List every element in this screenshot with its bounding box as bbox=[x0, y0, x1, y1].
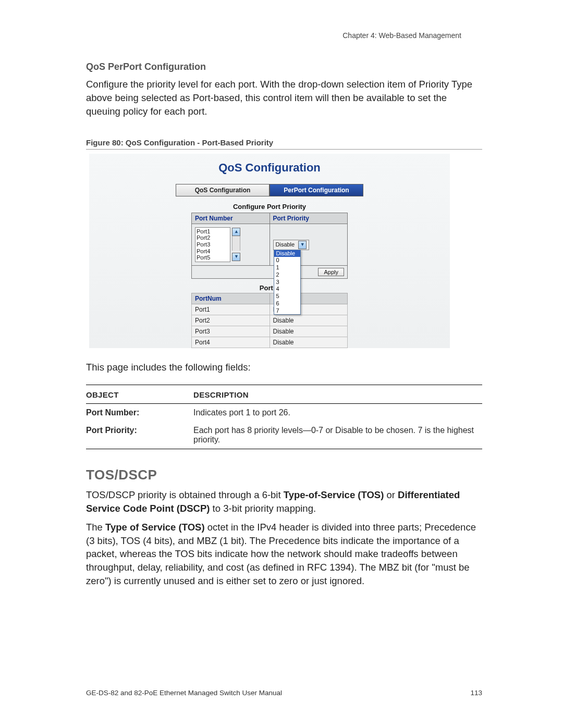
cell-port: Port4 bbox=[192, 337, 270, 348]
list-item[interactable]: Port2 bbox=[197, 235, 229, 241]
footer-page-number: 113 bbox=[470, 689, 482, 697]
cell-priority: Disable bbox=[270, 326, 348, 337]
port-priority-status-table: PortNum Port1 Disable Port2 Disable Port… bbox=[191, 293, 348, 348]
dropdown-option[interactable]: 3 bbox=[274, 279, 300, 286]
field-description: Indicates port 1 to port 26. bbox=[193, 403, 482, 422]
port-priority-select[interactable]: Disable ▼ Disable 0 1 2 3 4 5 6 7 bbox=[273, 240, 310, 250]
cell-port: Port2 bbox=[192, 315, 270, 326]
col-header-port-priority: Port Priority bbox=[270, 213, 348, 224]
panel-title: QoS Configuration bbox=[89, 154, 450, 184]
dropdown-option[interactable]: 4 bbox=[274, 286, 300, 293]
table-row: Port4 Disable bbox=[192, 337, 348, 348]
port-priority-dropdown[interactable]: Disable 0 1 2 3 4 5 6 7 bbox=[274, 250, 301, 315]
list-item[interactable]: Port4 bbox=[197, 248, 229, 255]
table-row: Port Number: Indicates port 1 to port 26… bbox=[86, 403, 482, 422]
tos-dscp-para-1: TOS/DSCP priority is obtained through a … bbox=[86, 488, 482, 515]
scroll-down-icon[interactable]: ▼ bbox=[232, 253, 240, 261]
footer-manual-title: GE-DS-82 and 82-PoE Ethernet Managed Swi… bbox=[86, 689, 282, 697]
field-object: Port Priority: bbox=[86, 422, 193, 449]
list-item[interactable]: Port5 bbox=[197, 254, 229, 261]
dropdown-option[interactable]: 0 bbox=[274, 257, 300, 264]
scrollbar-track[interactable] bbox=[232, 236, 240, 251]
cell-priority: Disable bbox=[270, 337, 348, 348]
dropdown-option[interactable]: 7 bbox=[274, 307, 300, 315]
table-row: Port Priority: Each port has 8 priority … bbox=[86, 422, 482, 449]
dropdown-option[interactable]: 5 bbox=[274, 293, 300, 300]
dropdown-option[interactable]: 6 bbox=[274, 300, 300, 307]
section-body-qos-perport: Configure the priority level for each po… bbox=[86, 78, 482, 118]
fields-intro: This page includes the following fields: bbox=[86, 362, 482, 373]
th-object: OBJECT bbox=[86, 385, 193, 404]
page-header-chapter: Chapter 4: Web-Based Management bbox=[342, 31, 461, 40]
cell-port: Port3 bbox=[192, 326, 270, 337]
figure-caption: Figure 80: QoS Configuration - Port-Base… bbox=[86, 138, 482, 147]
dropdown-option[interactable]: Disable bbox=[274, 250, 300, 257]
field-object: Port Number: bbox=[86, 403, 193, 422]
section-title-qos-perport: QoS PerPort Configuration bbox=[86, 61, 482, 72]
chevron-down-icon[interactable]: ▼ bbox=[298, 241, 307, 249]
fields-table: OBJECT DESCRIPTION Port Number: Indicate… bbox=[86, 385, 482, 449]
cell-port: Port1 bbox=[192, 304, 270, 315]
cell-priority: Disable bbox=[270, 315, 348, 326]
figure-rule bbox=[86, 149, 482, 150]
col-header-portnum: PortNum bbox=[192, 293, 270, 304]
apply-button[interactable]: Apply bbox=[318, 268, 344, 276]
port-priority-selected: Disable bbox=[276, 241, 295, 248]
tab-perport-configuration[interactable]: PerPort Configuration bbox=[270, 184, 363, 196]
section-title-tos-dscp: TOS/DSCP bbox=[86, 467, 482, 483]
col-header-port-number: Port Number bbox=[192, 213, 270, 224]
list-item[interactable]: Port1 bbox=[197, 228, 229, 235]
figure-screenshot: QoS Configuration QoS Configuration PerP… bbox=[89, 154, 450, 348]
table-row: Port3 Disable bbox=[192, 326, 348, 337]
port-priority-status-heading: Port P bbox=[191, 281, 348, 293]
list-item[interactable]: Port3 bbox=[197, 241, 229, 248]
configure-port-priority-heading: Configure Port Priority bbox=[89, 203, 450, 211]
table-row: Port1 Disable bbox=[192, 304, 348, 315]
field-description: Each port has 8 priority levels—0-7 or D… bbox=[193, 422, 482, 449]
tos-dscp-para-2: The Type of Service (TOS) octet in the I… bbox=[86, 521, 482, 588]
dropdown-option[interactable]: 1 bbox=[274, 264, 300, 272]
table-row: Port2 Disable bbox=[192, 315, 348, 326]
scroll-up-icon[interactable]: ▲ bbox=[232, 228, 240, 236]
tab-bar: QoS Configuration PerPort Configuration bbox=[176, 184, 363, 196]
dropdown-option[interactable]: 2 bbox=[274, 272, 300, 279]
port-number-listbox[interactable]: Port1 Port2 Port3 Port4 Port5 bbox=[195, 227, 230, 262]
configure-port-priority-table: Port Number Port Priority Port1 Port2 Po… bbox=[191, 213, 348, 279]
th-description: DESCRIPTION bbox=[193, 385, 482, 404]
tab-qos-configuration[interactable]: QoS Configuration bbox=[176, 184, 270, 196]
